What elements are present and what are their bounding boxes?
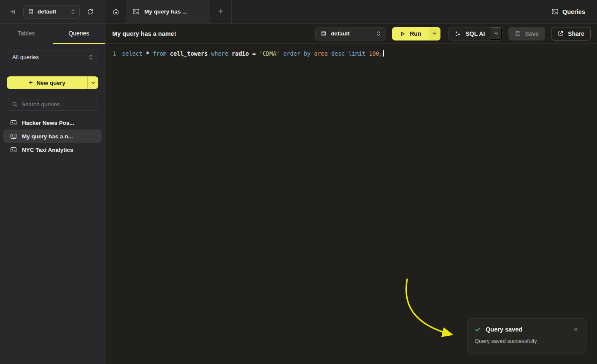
chevron-updown-icon xyxy=(376,30,381,37)
sql-ai-label: SQL AI xyxy=(465,30,485,37)
chevron-down-icon xyxy=(91,81,95,84)
code-tokens: select * from cell_towers where radio = … xyxy=(122,50,383,57)
sql-ai-button[interactable]: SQL AI xyxy=(448,27,491,40)
database-icon xyxy=(28,8,34,15)
check-icon xyxy=(475,326,481,332)
play-icon xyxy=(400,31,405,37)
run-split-button: Run xyxy=(392,27,440,40)
home-button[interactable] xyxy=(105,0,126,23)
plus-icon: + xyxy=(29,79,32,86)
database-selector-editor[interactable]: default xyxy=(315,27,386,40)
share-external-icon xyxy=(557,30,564,37)
new-query-dropdown-button[interactable] xyxy=(87,76,98,89)
query-terminal-icon xyxy=(551,8,559,15)
toast-title: Query saved xyxy=(486,326,567,333)
search-queries-box xyxy=(7,98,98,111)
save-label: Save xyxy=(525,30,539,37)
toast-header: Query saved × xyxy=(475,325,579,333)
toast-close-button[interactable]: × xyxy=(572,325,579,333)
new-query-split-button: + New query xyxy=(7,76,98,89)
sidebar: Tables Queries All queries + New query xyxy=(0,24,105,364)
search-queries-input[interactable] xyxy=(22,101,96,108)
query-terminal-icon xyxy=(10,119,17,126)
collapse-sidebar-icon xyxy=(9,8,16,15)
queries-panel-label: Queries xyxy=(562,8,585,15)
chevron-updown-icon xyxy=(89,54,93,60)
editor-toolbar: My query has a name! default Run xyxy=(105,24,597,44)
top-bar-spacer xyxy=(232,0,551,23)
query-list-item[interactable]: Hacker News Pos... xyxy=(3,116,102,129)
chevron-down-icon xyxy=(494,32,498,35)
query-editor-panel: My query has a name! default Run xyxy=(105,24,597,364)
database-icon xyxy=(321,30,327,37)
sidebar-tab-tables[interactable]: Tables xyxy=(0,24,53,44)
collapse-sidebar-button[interactable] xyxy=(8,7,18,17)
toast-message: Query saved successfully xyxy=(475,338,579,344)
code-line: 1 select * from cell_towers where radio … xyxy=(113,50,597,57)
tab-my-query[interactable]: My query has ... xyxy=(126,0,210,23)
query-title: My query has a name! xyxy=(112,30,176,37)
sparkles-icon xyxy=(454,30,461,37)
run-button[interactable]: Run xyxy=(392,27,429,40)
tab-strip: My query has ... + Queries xyxy=(105,0,597,24)
query-terminal-icon xyxy=(10,133,17,140)
sidebar-tabs: Tables Queries xyxy=(0,24,105,44)
text-cursor xyxy=(383,50,384,57)
query-terminal-icon xyxy=(10,146,17,153)
refresh-button[interactable] xyxy=(85,7,95,17)
query-list-item-label: My query has a n... xyxy=(22,133,73,140)
refresh-icon xyxy=(87,8,94,15)
new-query-button[interactable]: + New query xyxy=(7,76,87,89)
query-list: Hacker News Pos... My query has a n... N… xyxy=(3,116,102,156)
search-icon xyxy=(12,101,18,107)
top-bar-left: default xyxy=(0,0,105,24)
database-selector-editor-value: default xyxy=(331,30,372,37)
database-selector-top[interactable]: default xyxy=(23,5,80,19)
share-button[interactable]: Share xyxy=(551,27,591,40)
run-dropdown-button[interactable] xyxy=(429,27,440,40)
top-bar: default My query has ... + xyxy=(0,0,597,24)
home-icon xyxy=(112,8,119,15)
database-selector-top-value: default xyxy=(38,8,67,15)
sql-ai-split-button: SQL AI xyxy=(448,27,502,40)
new-tab-button[interactable]: + xyxy=(210,0,232,23)
save-floppy-icon xyxy=(515,30,521,37)
query-list-item-label: Hacker News Pos... xyxy=(22,120,74,126)
line-number: 1 xyxy=(113,50,122,57)
query-terminal-icon xyxy=(132,8,140,15)
query-list-item[interactable]: NYC Taxi Analytics xyxy=(3,143,102,156)
run-label: Run xyxy=(410,30,421,37)
chevron-updown-icon xyxy=(71,8,75,15)
sql-ai-dropdown-button[interactable] xyxy=(491,27,502,40)
share-label: Share xyxy=(568,30,584,37)
query-filter-dropdown[interactable]: All queries xyxy=(7,51,98,63)
sql-editor[interactable]: 1 select * from cell_towers where radio … xyxy=(105,44,597,364)
query-list-item[interactable]: My query has a n... xyxy=(3,129,102,143)
toast-query-saved: Query saved × Query saved successfully xyxy=(467,318,586,353)
tab-label: My query has ... xyxy=(144,8,187,15)
new-query-label: New query xyxy=(37,80,65,86)
query-filter-value: All queries xyxy=(12,54,89,60)
queries-panel-button[interactable]: Queries xyxy=(551,0,597,23)
save-button[interactable]: Save xyxy=(508,27,545,40)
sidebar-tab-queries[interactable]: Queries xyxy=(53,24,105,44)
chevron-down-icon xyxy=(432,32,437,35)
query-list-item-label: NYC Taxi Analytics xyxy=(22,147,73,153)
